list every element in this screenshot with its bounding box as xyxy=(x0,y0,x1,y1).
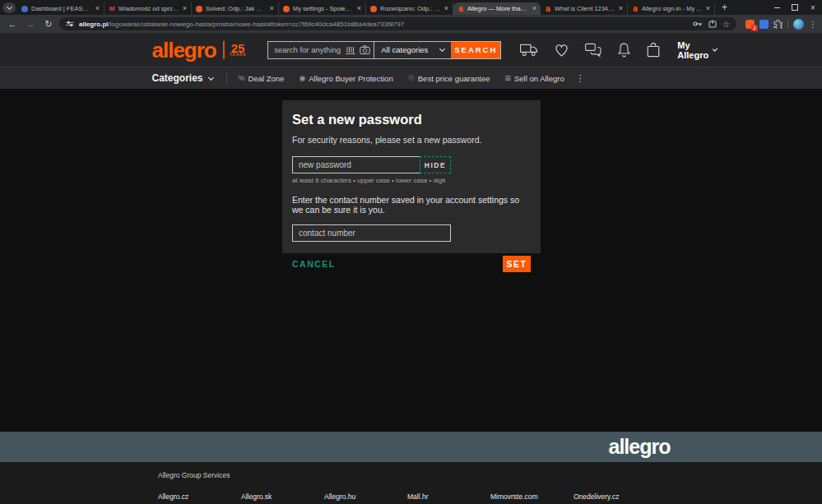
subnav-divider xyxy=(226,72,227,85)
footer-links: Allegro.czAllegro.skAllegro.huMall.hrMim… xyxy=(158,492,664,501)
card-subtitle: For security reasons, please set a new p… xyxy=(292,135,531,145)
tab-close-icon[interactable]: × xyxy=(95,5,100,12)
tab-title: Allegro — More than an au xyxy=(467,5,529,12)
subnav-link[interactable]: ☉ Best price guarantee xyxy=(408,74,490,83)
tab-close-icon[interactable]: × xyxy=(357,5,361,12)
search-button[interactable]: SEARCH xyxy=(451,42,500,58)
tabs: Dashboard | FEAST Training × Wiadomość o… xyxy=(17,0,715,15)
my-allegro-menu[interactable]: My Allegro xyxy=(677,40,717,60)
window-controls xyxy=(768,1,822,14)
chevron-down-icon xyxy=(207,74,213,80)
footer-link[interactable]: Allegro.hu xyxy=(324,492,407,501)
allegro-logo[interactable]: allegro xyxy=(152,39,216,61)
password-requirements: at least 8 characters • upper case • low… xyxy=(292,177,531,184)
page-body: Set a new password For security reasons,… xyxy=(0,89,822,432)
subnav-link[interactable]: % Deal Zone xyxy=(239,74,285,83)
search-input[interactable] xyxy=(274,45,342,54)
logo-divider xyxy=(223,41,225,59)
browser-tab[interactable]: Allegro sign-in - My Allegro × xyxy=(628,2,715,15)
site-info-icon[interactable] xyxy=(66,21,74,27)
chevron-down-icon xyxy=(439,46,445,52)
extensions-puzzle-icon[interactable] xyxy=(773,20,783,29)
extension-icon-community[interactable]: 2 xyxy=(745,20,755,29)
tab-close-icon[interactable]: × xyxy=(444,5,448,12)
tab-title: Solved: Odp.: Jak mogę prz xyxy=(206,5,267,12)
cancel-button[interactable]: CANCEL xyxy=(292,259,336,269)
image-search-camera-icon[interactable] xyxy=(360,45,370,54)
category-selected-value: All categories xyxy=(381,45,428,54)
back-button[interactable]: ← xyxy=(5,19,20,29)
subnav-item-icon: % xyxy=(239,74,245,82)
bookmark-star-icon[interactable]: ☆ xyxy=(722,20,730,29)
my-allegro-label: My Allegro xyxy=(677,40,709,60)
contact-number-input[interactable] xyxy=(292,224,451,242)
tab-search-button[interactable] xyxy=(2,2,16,13)
messages-icon[interactable] xyxy=(584,43,602,57)
subnav-item-icon: ☉ xyxy=(408,74,415,82)
browser-tab[interactable]: Dashboard | FEAST Training × xyxy=(17,2,104,15)
browser-tab[interactable]: Allegro — More than an au × xyxy=(453,2,541,15)
browser-toolbar: ← → ↻ allegro.pl/logowanie/ustalanie-now… xyxy=(0,15,822,33)
subnav-item-label: Sell on Allegro xyxy=(514,74,564,83)
chevron-down-icon xyxy=(713,46,718,51)
tab-close-icon[interactable]: × xyxy=(532,5,536,12)
browser-tab[interactable]: Wiadomość od sprzedając × xyxy=(104,2,192,15)
reload-button[interactable]: ↻ xyxy=(41,19,56,30)
browser-tab[interactable]: Rozwiązano: Odp.: Jak mog × xyxy=(366,2,453,15)
tab-title: What is Client 123456789? xyxy=(555,5,615,12)
browser-window: Dashboard | FEAST Training × Wiadomość o… xyxy=(0,0,822,504)
footer-link[interactable]: Allegro.sk xyxy=(241,492,324,501)
address-bar[interactable]: allegro.pl/logowanie/ustalanie-nowego-ha… xyxy=(59,17,736,30)
delivery-truck-icon[interactable] xyxy=(519,43,539,57)
tab-close-icon[interactable]: × xyxy=(183,5,187,12)
new-password-input[interactable] xyxy=(292,156,420,173)
window-minimize-button[interactable] xyxy=(768,1,786,14)
tab-close-icon[interactable]: × xyxy=(619,5,623,12)
tab-title: Rozwiązano: Odp.: Jak mog xyxy=(380,5,441,12)
subnav-link[interactable]: ◉ Allegro Buyer Protection xyxy=(299,74,392,83)
window-close-button[interactable] xyxy=(804,1,822,14)
footer-link[interactable]: Mimovrste.com xyxy=(490,492,574,501)
browser-tab[interactable]: Solved: Odp.: Jak mogę prz × xyxy=(192,2,279,15)
set-password-card: Set a new password For security reasons,… xyxy=(282,100,541,253)
browser-tab[interactable]: My settings - Społeczność × xyxy=(279,2,366,15)
categories-menu[interactable]: Categories xyxy=(152,72,213,84)
tab-title: Wiadomość od sprzedając xyxy=(118,5,179,12)
header-icons xyxy=(519,42,661,58)
category-dropdown[interactable]: All categories xyxy=(374,42,451,58)
profile-avatar[interactable] xyxy=(793,19,804,30)
footer-link[interactable]: Mall.hr xyxy=(407,492,490,501)
contact-instruction: Enter the contact number saved in your a… xyxy=(292,195,531,215)
window-maximize-button[interactable] xyxy=(786,1,804,14)
tab-close-icon[interactable]: × xyxy=(706,5,710,12)
forward-button[interactable]: → xyxy=(23,19,38,29)
set-button[interactable]: SET xyxy=(503,256,531,272)
new-tab-button[interactable]: + xyxy=(722,2,727,13)
subnav-more-icon[interactable]: ⋮ xyxy=(576,73,585,84)
browser-tab[interactable]: What is Client 123456789? × xyxy=(541,2,628,15)
tab-favicon xyxy=(457,6,464,12)
save-share-icon[interactable] xyxy=(708,20,717,28)
footer-heading: Allegro Group Services xyxy=(158,471,664,479)
tab-close-icon[interactable]: × xyxy=(270,5,274,12)
subnav-item-label: Best price guarantee xyxy=(418,74,490,83)
cart-bag-icon[interactable] xyxy=(646,42,661,58)
favorites-heart-icon[interactable] xyxy=(553,43,570,58)
tab-favicon xyxy=(545,6,551,12)
categories-label: Categories xyxy=(152,72,203,84)
footer-link[interactable]: Allegro.cz xyxy=(158,492,241,501)
extension-badge: 2 xyxy=(751,25,758,31)
notifications-bell-icon[interactable] xyxy=(616,42,632,58)
barcode-scan-icon[interactable] xyxy=(346,45,356,54)
extensions-area: 2 ⋮ xyxy=(740,19,817,30)
site-header: allegro 25YEARS xyxy=(0,33,822,67)
subnav-items: % Deal Zone ◉ Allegro Buyer Protection ☉… xyxy=(239,74,579,83)
browser-menu-icon[interactable]: ⋮ xyxy=(809,20,817,29)
passwords-key-icon[interactable] xyxy=(693,21,703,27)
subnav-item-icon: ⊞ xyxy=(504,74,511,82)
subnav-link[interactable]: ⊞ Sell on Allegro xyxy=(504,74,564,83)
extension-icon-blue[interactable] xyxy=(759,20,769,29)
hide-password-button[interactable]: HIDE xyxy=(420,156,451,173)
tab-favicon xyxy=(283,6,290,12)
footer-link[interactable]: Onedelivery.cz xyxy=(574,492,657,501)
